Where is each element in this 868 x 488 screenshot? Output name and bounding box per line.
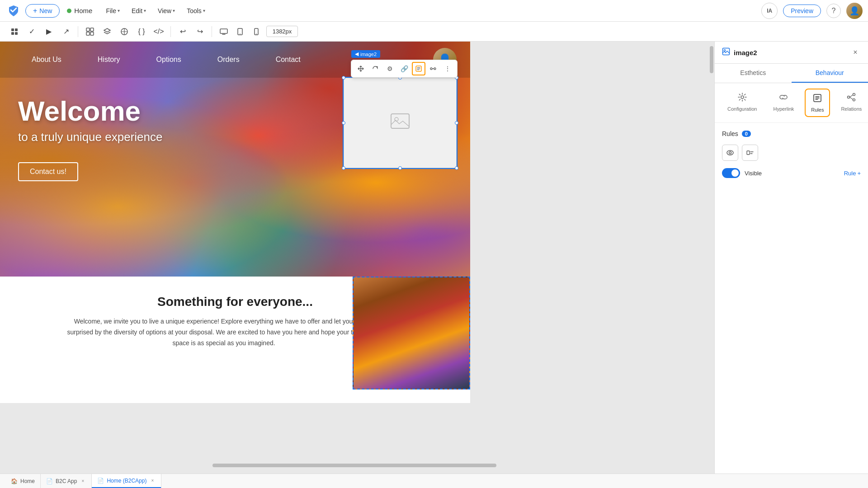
svg-point-13 xyxy=(256,33,257,34)
svg-point-25 xyxy=(853,99,855,101)
rules-tool-button[interactable] xyxy=(412,62,425,75)
plus-icon: + xyxy=(33,7,37,15)
hero-title: Welcome xyxy=(18,96,162,127)
bottom-tab-home-b2capp[interactable]: 📄 Home (B2CApp) × xyxy=(92,474,161,488)
check-button[interactable]: ✓ xyxy=(24,24,39,39)
state-option-button[interactable] xyxy=(742,145,758,161)
panel-main-tabs: Esthetics Behaviour xyxy=(715,64,868,83)
separator-3 xyxy=(212,26,212,37)
edit-menu[interactable]: Edit ▾ xyxy=(126,5,151,17)
home-tab-icon: 🏠 xyxy=(11,478,18,484)
svg-point-26 xyxy=(727,150,733,155)
view-menu[interactable]: View ▾ xyxy=(152,5,180,17)
preview-button[interactable]: Preview xyxy=(783,5,821,17)
image2-element[interactable] xyxy=(344,78,457,168)
more-options-button[interactable]: ⋮ xyxy=(441,62,454,75)
visibility-option-button[interactable] xyxy=(722,145,738,161)
panel-body: Rules 0 xyxy=(715,123,868,474)
bottom-tab-home[interactable]: 🏠 Home xyxy=(5,474,41,488)
panel-title: image2 xyxy=(734,49,757,56)
top-bar: + New Home File ▾ Edit ▾ View ▾ Tools ▾ … xyxy=(0,0,868,22)
help-button[interactable]: ? xyxy=(826,4,841,18)
beh-tab-rules[interactable]: Rules xyxy=(805,89,830,117)
tab-behaviour[interactable]: Behaviour xyxy=(792,64,868,83)
ia-button[interactable]: IA xyxy=(761,3,778,19)
file-tab-icon: 📄 xyxy=(46,478,53,484)
components-button[interactable] xyxy=(83,24,97,39)
hero-section: About Us History Options Orders Contact … xyxy=(0,42,470,277)
code-button[interactable]: { } xyxy=(134,24,149,39)
svg-rect-3 xyxy=(15,32,18,35)
home-indicator: Home xyxy=(67,7,92,14)
content-section: Something for everyone... Welcome, we in… xyxy=(0,277,470,389)
nav-options[interactable]: Options xyxy=(138,42,199,78)
html-button[interactable]: </> xyxy=(151,24,166,39)
panel-close-button[interactable]: × xyxy=(850,47,861,58)
move-tool-button[interactable] xyxy=(354,62,368,75)
rules-count-badge: 0 xyxy=(742,131,751,137)
b2c-app-tab-close[interactable]: × xyxy=(80,478,86,484)
configuration-icon xyxy=(737,92,747,104)
add-rule-button[interactable]: Rule + xyxy=(844,170,861,177)
svg-rect-9 xyxy=(220,29,227,33)
element-label-chip: ◀ image2 xyxy=(351,50,380,58)
main-layout: About Us History Options Orders Contact … xyxy=(0,42,868,474)
scrollbar-horizontal[interactable] xyxy=(0,463,709,468)
undo-button[interactable]: ↩ xyxy=(175,24,190,39)
hyperlink-icon xyxy=(778,92,788,104)
redo-button[interactable]: ↪ xyxy=(193,24,207,39)
hero-cta-button[interactable]: Contact us! xyxy=(18,162,78,181)
tablet-view-button[interactable] xyxy=(233,24,247,39)
scrollbar-thumb-vertical[interactable] xyxy=(710,46,713,73)
nav-about-us[interactable]: About Us xyxy=(14,42,80,78)
beh-tab-hyperlink[interactable]: Hyperlink xyxy=(768,89,799,117)
beh-tab-relations[interactable]: Relations xyxy=(835,89,867,117)
link-tool-button[interactable]: 🔗 xyxy=(397,62,411,75)
home-b2c-tab-icon: 📄 xyxy=(97,478,104,484)
play-button[interactable]: ▶ xyxy=(42,24,56,39)
visible-row: Visible Rule + xyxy=(722,168,861,178)
top-bar-right: IA Preview ? 👤 xyxy=(761,3,863,19)
scrollbar-vertical[interactable] xyxy=(709,42,714,474)
tab-esthetics[interactable]: Esthetics xyxy=(715,64,792,83)
rotate-tool-button[interactable] xyxy=(368,62,382,75)
svg-rect-0 xyxy=(11,28,14,31)
canvas-scroll[interactable]: About Us History Options Orders Contact … xyxy=(0,42,714,474)
desktop-view-button[interactable] xyxy=(217,24,231,39)
mobile-view-button[interactable] xyxy=(249,24,264,39)
pages-button[interactable] xyxy=(7,24,22,39)
menu-group: File ▾ Edit ▾ View ▾ Tools ▾ xyxy=(100,5,210,17)
chevron-down-icon: ▾ xyxy=(173,8,175,13)
canvas-width-display: 1382px xyxy=(266,26,298,37)
visible-toggle[interactable] xyxy=(722,168,740,178)
connect-tool-button[interactable] xyxy=(426,62,440,75)
nav-history[interactable]: History xyxy=(80,42,138,78)
svg-rect-2 xyxy=(11,32,14,35)
rules-label: Rules xyxy=(722,130,738,137)
data-button[interactable] xyxy=(117,24,132,39)
beh-tab-configuration[interactable]: Configuration xyxy=(722,89,762,117)
layers-button[interactable] xyxy=(100,24,114,39)
device-group xyxy=(217,24,264,39)
hero-text-block: Welcome to a truly unique experience Con… xyxy=(18,96,162,181)
settings-tool-button[interactable]: ⚙ xyxy=(383,62,396,75)
bottom-tab-b2c-app[interactable]: 📄 B2C App × xyxy=(41,474,92,488)
file-menu[interactable]: File ▾ xyxy=(100,5,125,17)
canvas-area[interactable]: About Us History Options Orders Contact … xyxy=(0,42,714,474)
toggle-knob xyxy=(731,169,739,177)
tools-menu[interactable]: Tools ▾ xyxy=(181,5,211,17)
image-placeholder-icon xyxy=(389,112,411,134)
chevron-down-icon: ▾ xyxy=(144,8,146,13)
scrollbar-thumb-horizontal[interactable] xyxy=(212,464,496,467)
logo-icon[interactable] xyxy=(5,3,22,19)
user-avatar[interactable]: 👤 xyxy=(846,3,863,19)
svg-rect-6 xyxy=(86,32,90,35)
svg-rect-1 xyxy=(15,28,18,31)
panel-image-icon xyxy=(722,47,730,57)
new-button[interactable]: + New xyxy=(25,4,60,18)
nav-contact[interactable]: Contact xyxy=(258,42,319,78)
nav-orders[interactable]: Orders xyxy=(199,42,258,78)
home-b2capp-tab-close[interactable]: × xyxy=(149,478,156,484)
home-status-dot xyxy=(67,9,71,13)
publish-button[interactable]: ↗ xyxy=(59,24,73,39)
